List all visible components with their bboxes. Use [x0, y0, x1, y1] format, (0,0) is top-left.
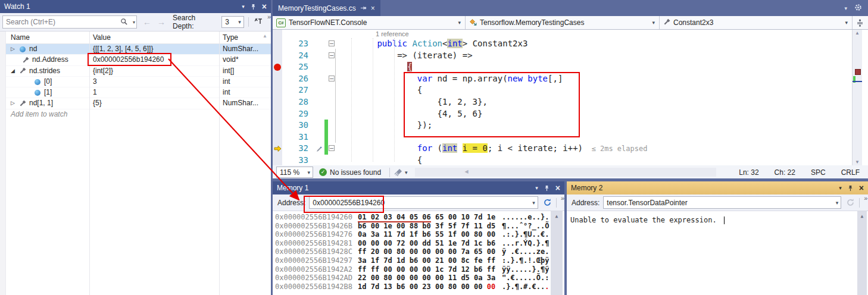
forward-icon[interactable]: →: [157, 17, 166, 27]
memory1-scrollbar[interactable]: ▲: [551, 211, 563, 295]
address-input[interactable]: tensor.TensorDataPointer ▾: [603, 196, 841, 209]
window-position-icon[interactable]: ▾: [242, 4, 245, 10]
health-check-icon[interactable]: ✓: [319, 168, 327, 176]
memory-row[interactable]: 0x000002556B1942760a 3a 11 7d 1f b6 55 1…: [273, 230, 564, 239]
collapse-icon[interactable]: –: [329, 145, 335, 151]
chevron-down-icon[interactable]: ▾: [405, 170, 408, 175]
refresh-icon[interactable]: [543, 198, 552, 207]
memory-row[interactable]: 0x000002556B19428Cff 20 00 80 00 00 00 0…: [273, 247, 564, 256]
pin-values-icon[interactable]: [254, 17, 263, 27]
watch-row[interactable]: ▷nd[1, 1]{5}NumShar...: [0, 98, 271, 109]
collapse-icon[interactable]: –: [329, 76, 335, 81]
code-line[interactable]: 26– var nd = np.array(new byte[,]: [273, 73, 868, 85]
codelens-references[interactable]: 1 reference: [273, 30, 868, 38]
close-icon[interactable]: ×: [859, 184, 864, 192]
watch-row[interactable]: ◢nd.strides{int[2]}int[]: [0, 66, 271, 77]
column-header-name[interactable]: Name: [0, 32, 89, 43]
column-divider[interactable]: [219, 32, 220, 295]
fold-margin[interactable]: [329, 96, 337, 108]
breakpoint-margin[interactable]: [273, 120, 282, 131]
breakpoint-margin[interactable]: [273, 50, 282, 62]
column-divider[interactable]: [89, 32, 90, 295]
class-dropdown[interactable]: Tensorflow.MemoryTestingCases ▾: [466, 16, 660, 29]
memory-row[interactable]: 0x000002556B1942AD22 00 80 00 00 00 00 1…: [273, 274, 564, 283]
code-line[interactable]: 28 {1, 2, 3},: [273, 96, 868, 108]
memory-row[interactable]: 0x000002556B19428100 00 00 72 00 dd 51 1…: [273, 239, 564, 248]
horizontal-scrollbar[interactable]: ◀: [415, 168, 717, 177]
memory2-titlebar[interactable]: Memory 2 ▾ ×: [567, 181, 868, 194]
scroll-down-icon[interactable]: ▼: [853, 159, 862, 165]
status-spaces[interactable]: SPC: [811, 168, 826, 177]
code-line[interactable]: 27 {: [273, 84, 868, 96]
breakpoint-margin[interactable]: [273, 73, 282, 85]
editor-scrollbar[interactable]: ▲ ▼: [852, 30, 862, 165]
memory-row[interactable]: 0x000002556B19426Bb6 00 1e 00 88 b0 3f 5…: [273, 222, 564, 231]
memory-row[interactable]: 0x000002556B19426001 02 03 04 05 06 65 0…: [273, 213, 564, 222]
fold-margin[interactable]: [329, 108, 337, 120]
expander-collapsed-icon[interactable]: ▷: [11, 44, 18, 54]
breakpoint-margin[interactable]: [273, 131, 282, 143]
watch-row[interactable]: [1]1int: [0, 87, 271, 98]
split-editor-button[interactable]: [853, 16, 867, 29]
fold-margin[interactable]: [329, 84, 337, 96]
pin-icon[interactable]: [544, 185, 550, 192]
add-watch-item[interactable]: Add item to watch: [0, 109, 271, 120]
window-position-icon[interactable]: ▾: [839, 185, 842, 191]
fold-margin[interactable]: [329, 131, 337, 143]
fold-margin[interactable]: –: [329, 38, 337, 50]
member-dropdown[interactable]: Constant2x3 ▾: [660, 16, 853, 29]
memory-row[interactable]: 0x000002556B1942B81d 7d 13 b6 00 23 00 8…: [273, 283, 564, 291]
memory-row[interactable]: 0x000002556B1942973a 1f 7d 1d b6 00 21 0…: [273, 256, 564, 265]
watch-row[interactable]: ▷nd{[[1, 2, 3], [4, 5, 6]]}NumShar...: [0, 44, 271, 55]
window-position-icon[interactable]: ▾: [844, 5, 847, 11]
gear-icon[interactable]: [854, 4, 862, 13]
column-header-value[interactable]: Value: [89, 32, 219, 43]
window-position-icon[interactable]: ▾: [535, 185, 538, 191]
breakpoint-margin[interactable]: [273, 155, 282, 165]
code-line[interactable]: 25 {: [273, 61, 868, 73]
code-line[interactable]: 33 {: [273, 155, 868, 165]
pin-icon[interactable]: [847, 185, 854, 192]
expander-collapsed-icon[interactable]: ▷: [11, 98, 18, 108]
scroll-up-icon[interactable]: ▲: [853, 30, 862, 36]
project-dropdown[interactable]: C# TensorFlowNET.Console ▾: [273, 16, 466, 29]
close-icon[interactable]: ×: [262, 3, 267, 10]
fold-margin[interactable]: –: [329, 50, 337, 62]
refresh-icon[interactable]: [846, 198, 855, 207]
watch-row[interactable]: [0]3int: [0, 77, 271, 87]
close-icon[interactable]: ×: [555, 184, 560, 192]
scroll-up-icon[interactable]: ▲: [861, 214, 864, 219]
watch-titlebar[interactable]: Watch 1 ▾ ×: [0, 0, 271, 13]
breakpoint-margin[interactable]: [273, 96, 282, 108]
address-input[interactable]: 0x000002556B194260 ▾: [309, 196, 538, 209]
code-line[interactable]: 32– for (int i = 0; i < iterate; i++) ≤ …: [273, 143, 868, 155]
search-input[interactable]: [3, 18, 136, 26]
breakpoint-icon[interactable]: [274, 64, 281, 71]
fold-margin[interactable]: –: [329, 143, 337, 155]
memory-row[interactable]: 0x000002556B1942A2ff ff 00 00 00 00 1c 7…: [273, 265, 564, 274]
fold-margin[interactable]: [329, 61, 337, 73]
collapse-icon[interactable]: –: [329, 40, 335, 46]
status-line[interactable]: Ln: 32: [739, 168, 758, 177]
code-cleanup-icon[interactable]: [394, 168, 402, 177]
breakpoint-margin[interactable]: [273, 84, 282, 96]
memory1-content[interactable]: 0x000002556B19426001 02 03 04 05 06 65 0…: [273, 211, 564, 295]
code-editor[interactable]: 1 reference23– public Action<int> Consta…: [273, 30, 868, 165]
status-column[interactable]: Ch: 22: [775, 168, 795, 177]
fold-margin[interactable]: –: [329, 73, 337, 85]
code-line[interactable]: 29 {4, 5, 6}: [273, 108, 868, 120]
memory2-scrollbar[interactable]: ▲: [857, 211, 867, 295]
close-icon[interactable]: ×: [371, 4, 375, 12]
breakpoint-margin[interactable]: [273, 143, 282, 155]
breakpoint-margin[interactable]: [273, 108, 282, 120]
breakpoint-margin[interactable]: [273, 38, 282, 50]
pin-icon[interactable]: [360, 5, 367, 11]
toolbar-overflow-icon[interactable]: »: [561, 194, 564, 202]
back-icon[interactable]: ←: [143, 17, 151, 27]
scroll-left-icon[interactable]: ◀: [465, 169, 469, 174]
code-line[interactable]: 31: [273, 131, 868, 143]
zoom-select[interactable]: 115 % ▾: [276, 167, 313, 178]
scroll-up-icon[interactable]: ▲: [555, 214, 558, 219]
status-line-ending[interactable]: CRLF: [841, 168, 860, 177]
toolbar-overflow-icon[interactable]: »: [267, 13, 271, 21]
